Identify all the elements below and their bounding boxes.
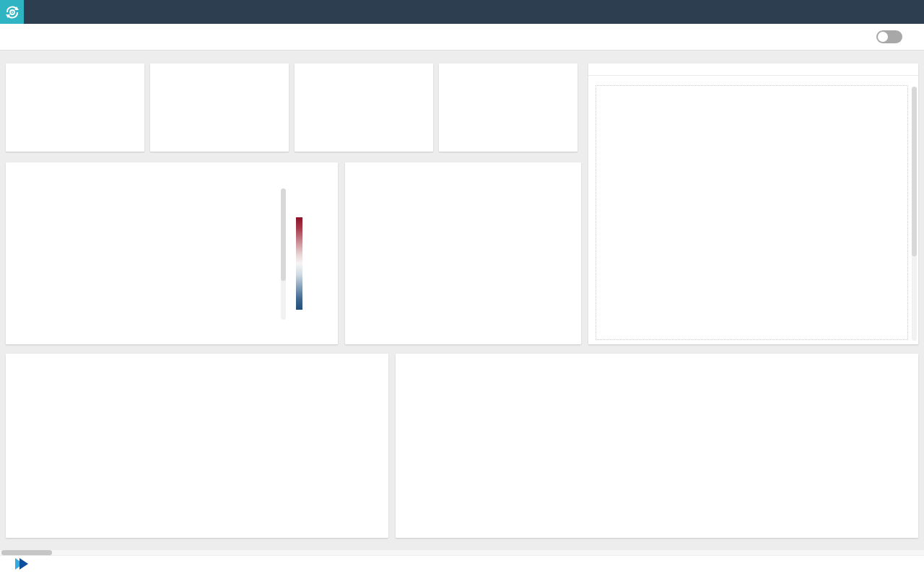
heatmap-scrollbar-thumb[interactable] [281, 188, 286, 281]
kpi-value [150, 73, 289, 152]
toggle-knob [878, 32, 888, 42]
kpi-card-mean-rest-bp [150, 64, 289, 152]
minitab-chevron-icon [14, 557, 31, 570]
analysis-sixpack-panel [588, 64, 918, 344]
horizontal-scrollbar-track [0, 550, 924, 555]
minitab-connect-app [0, 0, 924, 579]
kpi-label [150, 64, 289, 73]
kpi-label [6, 64, 144, 73]
minitab-connect-logo-icon[interactable] [0, 0, 24, 24]
correlogram-panel [6, 162, 338, 344]
kpi-label [439, 64, 578, 73]
process-capability-sixpack-report [596, 85, 908, 340]
panel-title [6, 354, 388, 363]
sync-gear-icon [4, 4, 20, 20]
panel-scrollbar-thumb[interactable] [912, 87, 917, 256]
kpi-value [439, 73, 578, 152]
panel-title [6, 162, 338, 172]
kpi-card-mean-max-hr [439, 64, 578, 152]
kpi-label [295, 64, 433, 73]
kpi-card-mean-age [6, 64, 144, 152]
bar-chart-panel [345, 162, 581, 344]
auto-update-toggle[interactable] [876, 30, 902, 43]
imr-chart-panel [396, 354, 918, 538]
colorbar-gradient [296, 217, 302, 310]
horizontal-scrollbar-thumb[interactable] [1, 550, 52, 555]
panel-title [345, 162, 581, 172]
kpi-value [295, 73, 433, 152]
page-header [0, 24, 924, 51]
minitab-footer-logo [10, 557, 32, 570]
panel-title [588, 64, 918, 76]
kpi-value [6, 73, 144, 152]
analysis-statistics-panel [6, 354, 388, 538]
kpi-card-mean-cholesterol [295, 64, 433, 152]
top-navigation-bar [0, 0, 924, 24]
panel-title [396, 354, 918, 363]
